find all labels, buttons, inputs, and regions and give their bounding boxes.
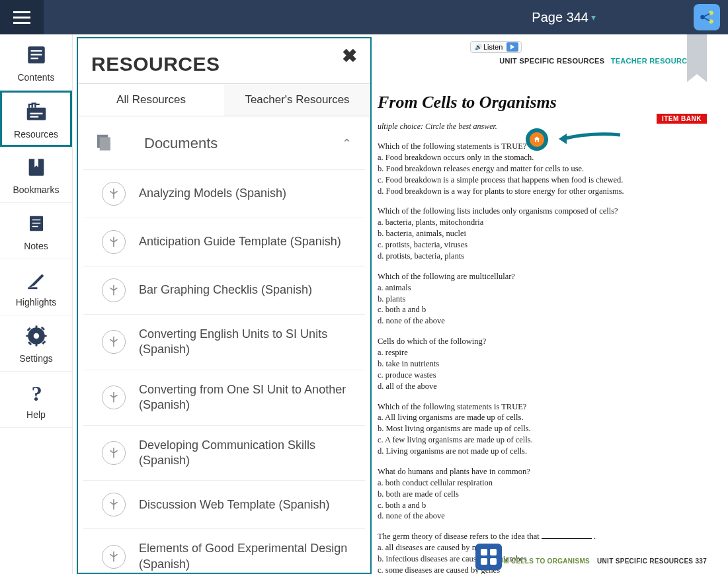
footer-section: UNIT SPECIFIC RESOURCES 337: [597, 557, 707, 565]
unit-specific-link[interactable]: UNIT SPECIFIC RESOURCES: [499, 57, 604, 65]
sidebar-item-settings[interactable]: Settings: [0, 315, 72, 372]
speaker-icon: 🔊: [475, 44, 482, 50]
section-documents[interactable]: Documents ⌃: [83, 116, 365, 170]
answer-option: c. both a and b: [378, 500, 707, 511]
answer-option: d. Living organisms are not made up of c…: [378, 446, 707, 457]
question-block: Which of the following statements is TRU…: [378, 401, 707, 457]
answer-option: a. all diseases are caused by microbes: [378, 542, 707, 554]
chapter-title: From Cells to Organisms: [378, 93, 707, 112]
document-label: Converting from One SI Unit to Another (…: [139, 382, 358, 413]
document-item[interactable]: Bar Graphing Checklis (Spanish): [83, 266, 365, 315]
share-icon: [698, 9, 715, 26]
pdf-icon: [102, 230, 126, 254]
sidebar-item-highlights[interactable]: Highlights: [0, 259, 72, 315]
answer-option: d. none of the above: [378, 511, 707, 522]
svg-line-4: [704, 18, 710, 20]
svg-rect-6: [30, 50, 42, 52]
page-footer: FROM CELLS TO ORGANISMS UNIT SPECIFIC RE…: [489, 557, 707, 565]
answer-option: d. protists, bacteria, plants: [378, 251, 707, 262]
sidebar-label: Settings: [19, 353, 53, 364]
contents-icon: [23, 42, 50, 68]
answer-option: a. bacteria, plants, mitochondria: [378, 217, 707, 228]
page-indicator[interactable]: Page 344 ▾: [532, 10, 596, 25]
pdf-icon: [102, 545, 126, 569]
pdf-icon: [102, 386, 126, 409]
answer-option: b. Most living organisms are made up of …: [378, 423, 707, 434]
close-button[interactable]: ✖: [342, 45, 357, 67]
question-stem: Which of the following lists includes on…: [378, 206, 707, 217]
document-item[interactable]: Converting English Units to SI Units (Sp…: [83, 315, 365, 370]
question-block: Cells do which of the following?a. respi…: [378, 336, 707, 391]
questions-container: Which of the following statements is TRU…: [378, 141, 707, 574]
answer-option: b. plants: [378, 294, 707, 305]
home-icon: [530, 132, 544, 147]
question-stem: Which of the following statements is TRU…: [378, 401, 707, 413]
sidebar: Contents Resources Bookmarks Notes Highl…: [0, 34, 73, 574]
sidebar-item-resources[interactable]: Resources: [0, 91, 72, 147]
question-block: Which of the following are multicellular…: [378, 271, 707, 327]
item-bank-button[interactable]: [526, 128, 548, 151]
sidebar-label: Help: [26, 409, 46, 420]
answer-option: b. take in nutrients: [378, 358, 707, 370]
panel-title: RESOURCES: [78, 38, 370, 83]
svg-rect-30: [100, 138, 110, 151]
pdf-icon: [102, 441, 126, 465]
answer-option: c. protists, bacteria, viruses: [378, 239, 707, 251]
answer-option: d. none of the above: [378, 315, 707, 327]
page-content: 🔊 Listen UNIT SPECIFIC RESOURCES TEACHER…: [372, 34, 727, 574]
pdf-icon: [102, 182, 126, 206]
svg-rect-17: [28, 287, 37, 289]
document-item[interactable]: Converting from One SI Unit to Another (…: [83, 370, 365, 426]
svg-rect-22: [26, 335, 30, 337]
item-bank-badge: ITEM BANK: [657, 114, 707, 124]
answer-option: a. Food breakdown occurs only in the sto…: [378, 152, 707, 163]
document-item[interactable]: Discussion Web Template (Spanish): [83, 481, 365, 529]
menu-button[interactable]: [0, 0, 44, 34]
sidebar-item-contents[interactable]: Contents: [0, 34, 72, 91]
question-stem: What do humans and plants have in common…: [378, 466, 707, 477]
svg-text:?: ?: [31, 382, 42, 404]
answer-option: a. both conduct cellular respiration: [378, 477, 707, 489]
svg-rect-23: [42, 335, 46, 337]
answer-option: b. both are made of cells: [378, 489, 707, 500]
question-block: The germ theory of disease refers to the…: [378, 531, 707, 574]
chevron-up-icon: ⌃: [342, 136, 352, 151]
question-stem: Which of the following are multicellular…: [378, 271, 707, 282]
highlights-icon: [23, 266, 50, 293]
answer-option: b. Food breakdown releases energy and ma…: [378, 163, 707, 175]
document-item[interactable]: Elements of Good Experimental Design (Sp…: [83, 529, 365, 573]
section-title: Documents: [144, 135, 342, 152]
page-label: Page 344: [532, 10, 588, 25]
header-links: UNIT SPECIFIC RESOURCES TEACHER RESOURCE…: [378, 57, 707, 65]
document-item[interactable]: Analyzing Models (Spanish): [83, 170, 365, 218]
document-item[interactable]: Developing Communication Skills (Spanish…: [83, 426, 365, 481]
sidebar-item-notes[interactable]: Notes: [0, 203, 72, 259]
answer-option: c. produce wastes: [378, 370, 707, 381]
answer-option: d. all of the above: [378, 381, 707, 392]
pdf-icon: [102, 278, 126, 302]
document-label: Discussion Web Template (Spanish): [139, 497, 329, 512]
question-block: Which of the following lists includes on…: [378, 206, 707, 261]
answer-option: b. bacteria, animals, nuclei: [378, 228, 707, 239]
share-button[interactable]: [694, 4, 720, 30]
document-label: Bar Graphing Checklis (Spanish): [139, 282, 312, 298]
svg-rect-21: [35, 343, 37, 347]
bookmark-ribbon[interactable]: [687, 34, 707, 74]
question-stem: The germ theory of disease refers to the…: [378, 531, 707, 542]
grid-view-button[interactable]: [475, 544, 502, 570]
panel-tabs: All Resources Teacher's Resources: [78, 83, 370, 116]
sidebar-item-bookmarks[interactable]: Bookmarks: [0, 147, 72, 203]
tab-all-resources[interactable]: All Resources: [78, 84, 224, 116]
answer-option: c. Food breakdown is a simple process th…: [378, 175, 707, 186]
listen-button[interactable]: 🔊 Listen: [470, 41, 522, 53]
document-label: Developing Communication Skills (Spanish…: [139, 438, 358, 469]
document-label: Analyzing Models (Spanish): [139, 186, 286, 201]
tab-teachers-resources[interactable]: Teacher's Resources: [224, 84, 370, 116]
document-item[interactable]: Anticipation Guide Template (Spanish): [83, 218, 365, 266]
answer-option: a. All living organisms are made up of c…: [378, 412, 707, 423]
sidebar-item-help[interactable]: ? Help: [0, 372, 72, 428]
svg-rect-15: [32, 223, 40, 224]
sidebar-label: Resources: [14, 129, 58, 140]
document-list: Analyzing Models (Spanish)Anticipation G…: [83, 170, 365, 573]
document-label: Anticipation Guide Template (Spanish): [139, 234, 341, 249]
